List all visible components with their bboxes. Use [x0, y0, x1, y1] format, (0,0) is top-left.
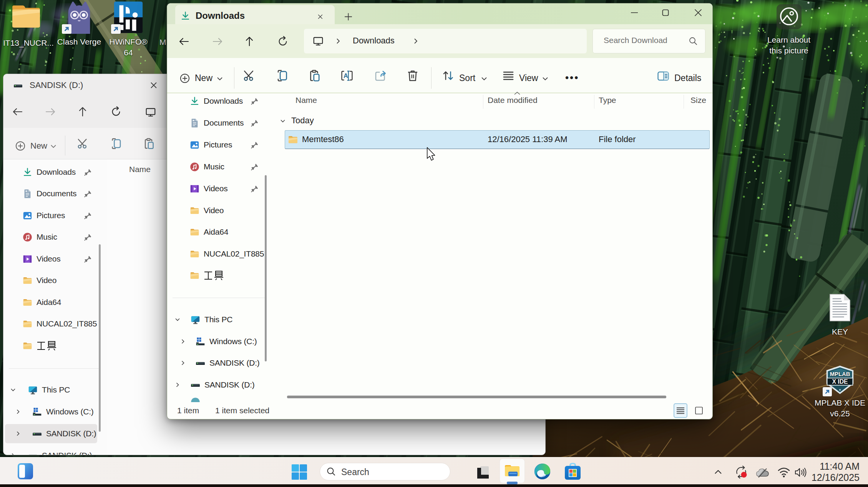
svg-text:MPLAB: MPLAB	[830, 371, 850, 377]
svg-text:X IDE: X IDE	[832, 378, 848, 385]
